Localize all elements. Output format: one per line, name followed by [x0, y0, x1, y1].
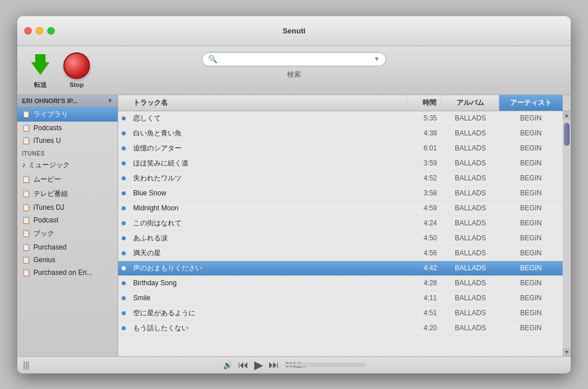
sidebar-item-books[interactable]: 📋 ブック — [17, 226, 118, 241]
close-button[interactable] — [24, 27, 32, 35]
track-album: BALLADS — [442, 249, 499, 257]
stop-circle-icon — [63, 52, 90, 79]
track-dot — [118, 161, 129, 165]
content-area: ERI OHNORI'S IP... ▼ 📋 ライブラリ 📋 Podcasts … — [17, 95, 571, 356]
table-row[interactable]: 失われたワルツ 4:52 BALLADS BEGIN — [118, 171, 563, 186]
track-dot — [118, 206, 129, 210]
table-row[interactable]: 恋しくて 5:35 BALLADS BEGIN — [118, 111, 563, 126]
progress-bar[interactable] — [285, 363, 365, 367]
search-label: 検索 — [287, 70, 301, 80]
table-row[interactable]: 満天の星 4:56 BALLADS BEGIN — [118, 246, 563, 261]
track-name: Blue Snow — [129, 187, 407, 199]
scrollbar-track-header — [563, 95, 571, 111]
track-name: もう話したくない — [129, 321, 407, 335]
track-artist: BEGIN — [499, 159, 563, 167]
purchased-icon: 📋 — [22, 243, 31, 251]
sidebar-item-tv[interactable]: 📋 テレビ番組 — [17, 187, 118, 201]
track-album: BALLADS — [442, 159, 499, 167]
podcasts-icon: 📋 — [22, 124, 31, 132]
sidebar-item-dj[interactable]: 📋 iTunes DJ — [17, 201, 118, 214]
table-row[interactable]: あふれる涙 4:50 BALLADS BEGIN — [118, 231, 563, 246]
sidebar-item-podcast[interactable]: 📋 Podcast — [17, 214, 118, 226]
sidebar-item-label: Genius — [33, 256, 55, 264]
sidebar-item-music[interactable]: ♪ ミュージック — [17, 158, 118, 172]
table-row[interactable]: 白い魚と青い魚 4:38 BALLADS BEGIN — [118, 126, 563, 141]
track-dot — [118, 266, 129, 270]
search-area: 🔍 ▼ 検索 — [202, 52, 386, 80]
sidebar-item-label: ライブラリ — [33, 109, 68, 119]
sidebar-scroll[interactable]: 📋 ライブラリ 📋 Podcasts 📋 iTunes U ITUNES ♪ ミ… — [17, 107, 118, 356]
scrollbar-track[interactable]: ▲ ▼ — [563, 111, 571, 356]
track-name: ほほ笑みに続く道 — [129, 156, 407, 171]
minimize-button[interactable] — [36, 27, 43, 35]
track-artist: BEGIN — [499, 249, 563, 257]
track-time: 6:01 — [407, 144, 442, 152]
track-artist: BEGIN — [499, 264, 563, 272]
sidebar-item-podcasts[interactable]: 📋 Podcasts — [17, 122, 118, 134]
search-box[interactable]: 🔍 ▼ — [202, 52, 386, 66]
track-name: この街はなれて — [129, 216, 407, 231]
search-input[interactable] — [220, 55, 371, 63]
search-dropdown-icon[interactable]: ▼ — [374, 55, 380, 62]
sidebar-item-purchased[interactable]: 📋 Purchased — [17, 241, 118, 254]
table-row[interactable]: ほほ笑みに続く道 3:59 BALLADS BEGIN — [118, 156, 563, 171]
sidebar-sort-icon[interactable]: ▼ — [107, 97, 113, 104]
playback-controls: 🔊 ⏮ ▶ ⏭ — [223, 358, 365, 372]
table-row[interactable]: もう話したくない 4:20 BALLADS BEGIN — [118, 321, 563, 336]
scrollbar-thumb[interactable] — [564, 123, 570, 146]
stop-button[interactable]: Stop — [63, 52, 90, 88]
table-body[interactable]: 恋しくて 5:35 BALLADS BEGIN 白い魚と青い魚 4:38 BAL… — [118, 111, 563, 356]
search-icon: 🔍 — [208, 55, 217, 63]
col-header-album[interactable]: アルバム — [442, 95, 499, 111]
play-button[interactable]: ▶ — [254, 358, 263, 372]
track-name: 失われたワルツ — [129, 171, 407, 186]
sidebar-item-movies[interactable]: 📋 ムービー — [17, 172, 118, 187]
table-row[interactable]: 空に星があるように 4:51 BALLADS BEGIN — [118, 306, 563, 321]
track-dot — [118, 296, 129, 300]
col-header-time[interactable]: 時間 — [407, 95, 442, 111]
track-dot — [118, 251, 129, 255]
sidebar-item-genius[interactable]: 📋 Genius — [17, 254, 118, 266]
track-dot — [118, 191, 129, 195]
track-artist: BEGIN — [499, 114, 563, 122]
track-dot — [118, 221, 129, 225]
next-button[interactable]: ⏭ — [269, 359, 279, 371]
track-dot — [118, 281, 129, 285]
statusbar: ||| 592曲、 🔊 ⏮ ▶ ⏭ — [17, 356, 571, 373]
track-time: 4:56 — [407, 249, 442, 257]
sidebar-item-library[interactable]: 📋 ライブラリ — [17, 107, 118, 122]
col-header-track[interactable]: トラック名 — [129, 95, 407, 111]
track-dot — [118, 116, 129, 120]
scroll-down-arrow[interactable]: ▼ — [563, 348, 571, 356]
table-row[interactable]: Blue Snow 3:58 BALLADS BEGIN — [118, 186, 563, 201]
transfer-button[interactable]: 転送 — [27, 51, 54, 89]
table-row[interactable]: Birthday Song 4:28 BALLADS BEGIN — [118, 276, 563, 291]
maximize-button[interactable] — [47, 27, 55, 35]
sidebar-header-text: ERI OHNORI'S IP... — [22, 97, 78, 104]
scroll-up-arrow[interactable]: ▲ — [563, 111, 571, 119]
track-artist: BEGIN — [499, 204, 563, 212]
table-row[interactable]: Smile 4:11 BALLADS BEGIN — [118, 291, 563, 306]
table-row[interactable]: Midnight Moon 4:59 BALLADS BEGIN — [118, 201, 563, 216]
table-row[interactable]: この街はなれて 4:24 BALLADS BEGIN — [118, 216, 563, 231]
table-row[interactable]: 追憶のシアター 6:01 BALLADS BEGIN — [118, 141, 563, 156]
track-time: 3:59 — [407, 159, 442, 167]
track-album: BALLADS — [442, 219, 499, 227]
track-artist: BEGIN — [499, 219, 563, 227]
track-artist: BEGIN — [499, 324, 563, 332]
sidebar-item-label: ブック — [33, 229, 54, 239]
track-dot — [118, 326, 129, 330]
sidebar-header: ERI OHNORI'S IP... ▼ — [17, 95, 118, 107]
itunes-u-icon: 📋 — [22, 137, 31, 145]
prev-button[interactable]: ⏮ — [238, 359, 248, 371]
col-header-artist[interactable]: アーティスト — [499, 95, 563, 111]
library-icon: 📋 — [22, 110, 31, 118]
volume-icon[interactable]: 🔊 — [223, 361, 232, 369]
track-album: BALLADS — [442, 129, 499, 137]
sidebar-item-itunes-u[interactable]: 📋 iTunes U — [17, 134, 118, 147]
track-name: 白い魚と青い魚 — [129, 126, 407, 141]
track-dot — [118, 311, 129, 315]
sidebar-item-purchased-eri[interactable]: 📋 Purchased on Eri... — [17, 266, 118, 279]
table-row[interactable]: 声のおまもりください 4:42 BALLADS BEGIN — [118, 261, 563, 276]
track-artist: BEGIN — [499, 279, 563, 287]
